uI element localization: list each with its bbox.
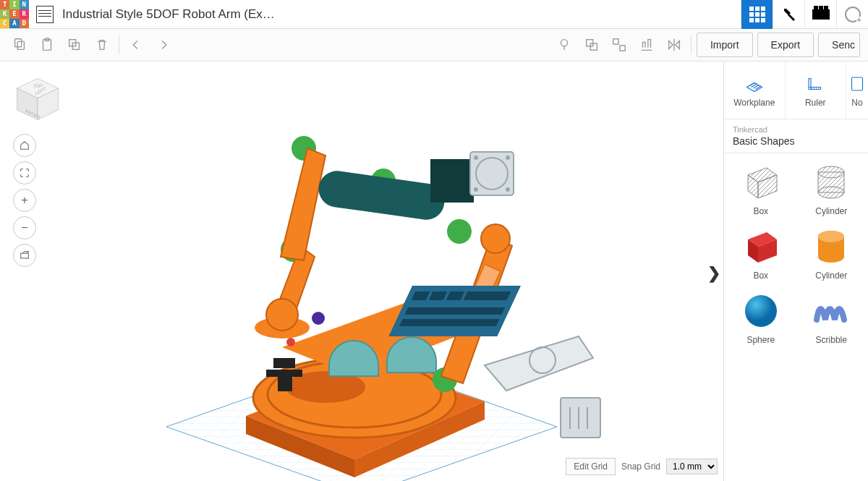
svg-rect-37 — [430, 159, 474, 203]
account-button[interactable] — [836, 0, 868, 29]
tinkercad-logo[interactable]: TIN KER CAD — [0, 0, 29, 29]
shape-sphere[interactable]: Sphere — [739, 291, 783, 345]
shape-panel: Workplane Ruler No Tinkercad Basic Shape… — [723, 61, 868, 481]
ungroup-button[interactable] — [607, 33, 631, 57]
workspace-canvas[interactable]: TOP FRONT LEFT + − — [0, 61, 723, 481]
svg-rect-50 — [399, 319, 500, 326]
copy-button[interactable] — [7, 33, 32, 57]
title-bar: TIN KER CAD Industrial Style 5DOF Robot … — [0, 0, 868, 29]
svg-marker-31 — [281, 148, 326, 260]
align-button[interactable] — [634, 33, 659, 57]
import-button[interactable]: Import — [697, 33, 753, 57]
sendto-button[interactable]: Senc — [818, 33, 860, 57]
shape-category-selector[interactable]: Tinkercad Basic Shapes — [724, 119, 868, 153]
svg-point-60 — [286, 338, 295, 346]
undo-button[interactable] — [124, 33, 148, 57]
shape-box-solid[interactable]: Box — [739, 226, 783, 281]
svg-point-74 — [818, 231, 844, 242]
svg-rect-9 — [613, 39, 618, 44]
svg-point-43 — [506, 188, 509, 191]
svg-rect-1 — [17, 41, 24, 49]
fit-view-button[interactable] — [13, 161, 36, 184]
toolbar: Import Export Senc — [0, 29, 868, 61]
snap-grid-select[interactable]: 1.0 mm — [666, 459, 718, 474]
design-list-icon[interactable] — [36, 6, 54, 23]
svg-rect-58 — [266, 370, 302, 377]
svg-point-40 — [475, 156, 477, 159]
zoom-out-button[interactable]: − — [13, 216, 36, 239]
visibility-button[interactable] — [552, 33, 576, 57]
svg-point-32 — [266, 299, 298, 331]
svg-point-69 — [818, 187, 844, 198]
svg-rect-53 — [561, 398, 600, 438]
snap-grid-label: Snap Grid — [621, 461, 660, 472]
workplane-tool[interactable]: Workplane — [724, 61, 786, 119]
ortho-toggle-button[interactable] — [13, 244, 36, 267]
view-cube[interactable]: TOP FRONT LEFT — [13, 75, 62, 124]
svg-rect-0 — [15, 39, 22, 47]
svg-marker-51 — [485, 336, 593, 391]
svg-point-6 — [561, 40, 567, 46]
robot-arm-model[interactable] — [174, 76, 608, 481]
svg-rect-48 — [464, 291, 511, 300]
svg-rect-49 — [404, 307, 505, 315]
notes-tool[interactable]: No — [846, 61, 868, 119]
shape-library: Box Cylinder Box Cylinder — [724, 153, 868, 481]
snap-grid-bar: Edit Grid Snap Grid 1.0 mm — [566, 458, 718, 475]
svg-point-42 — [475, 188, 477, 191]
svg-point-29 — [447, 219, 472, 244]
export-button[interactable]: Export — [757, 33, 814, 57]
svg-point-35 — [481, 224, 510, 253]
edit-grid-button[interactable]: Edit Grid — [566, 458, 616, 475]
zoom-in-button[interactable]: + — [13, 189, 36, 212]
view-nav-buttons: + − — [13, 134, 36, 267]
shape-box-hole[interactable]: Box — [739, 162, 783, 216]
delete-button[interactable] — [90, 33, 114, 57]
panel-collapse-toggle[interactable]: ❯ — [707, 264, 720, 283]
svg-point-61 — [312, 312, 325, 325]
svg-rect-59 — [278, 377, 292, 391]
svg-point-75 — [745, 295, 777, 327]
duplicate-button[interactable] — [62, 33, 87, 57]
ruler-tool[interactable]: Ruler — [786, 61, 847, 119]
shape-cylinder-hole[interactable]: Cylinder — [809, 162, 853, 216]
group-button[interactable] — [579, 33, 604, 57]
document-title[interactable]: Industrial Style 5DOF Robot Arm (Ex… — [61, 7, 275, 22]
svg-rect-8 — [590, 43, 597, 50]
home-view-button[interactable] — [13, 134, 36, 157]
mode-bricks-button[interactable] — [804, 0, 836, 29]
mode-3d-button[interactable] — [741, 0, 773, 29]
svg-rect-57 — [273, 358, 295, 368]
shape-scribble[interactable]: Scribble — [809, 291, 853, 345]
mode-blocks-button[interactable] — [773, 0, 804, 29]
shape-cylinder-solid[interactable]: Cylinder — [809, 226, 853, 281]
svg-rect-10 — [620, 46, 625, 51]
paste-button[interactable] — [35, 33, 59, 57]
redo-button[interactable] — [151, 33, 176, 57]
svg-rect-14 — [21, 253, 29, 258]
svg-point-41 — [506, 156, 509, 159]
mirror-button[interactable] — [662, 33, 686, 57]
svg-rect-63 — [852, 77, 863, 90]
svg-rect-7 — [587, 40, 593, 46]
